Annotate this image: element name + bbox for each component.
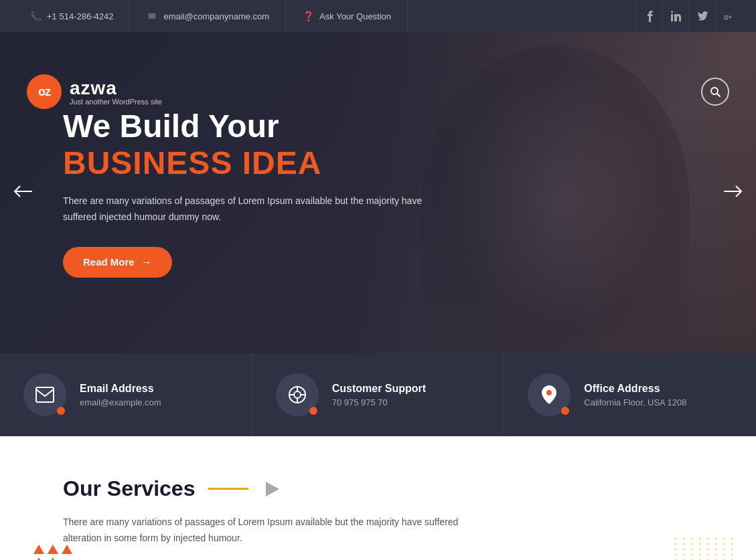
email-contact[interactable]: ✉ email@companyname.com [130, 0, 286, 32]
logo-text-area: azwa Just another WordPress site [70, 78, 162, 106]
email-card-title: Email Address [80, 383, 161, 395]
hero-section: oz azwa Just another WordPress site [0, 32, 756, 353]
social-links: g+ [635, 0, 743, 32]
address-card-text: Office Address California Floor, USA 120… [584, 383, 686, 407]
phone-contact[interactable]: 📞 +1 514-286-4242 [13, 0, 130, 32]
address-card: Office Address California Floor, USA 120… [504, 353, 756, 436]
hero-description: There are many variations of passages of… [63, 193, 431, 225]
email-address: email@companyname.com [163, 11, 269, 21]
hero-content: We Build Your BUSINESS IDEA There are ma… [63, 108, 431, 278]
services-title: Our Services [63, 476, 195, 501]
logo-name: azwa [70, 78, 162, 99]
email-card: Email Address email@example.com [0, 353, 252, 436]
services-section: Our Services There are many variations o… [0, 436, 756, 560]
slider-next-button[interactable] [716, 177, 749, 209]
address-card-title: Office Address [584, 383, 686, 395]
email-card-text: Email Address email@example.com [80, 383, 161, 407]
search-button[interactable] [701, 78, 729, 106]
top-bar: 📞 +1 514-286-4242 ✉ email@companyname.co… [0, 0, 756, 32]
svg-text:g+: g+ [724, 13, 733, 20]
logo-icon: oz [27, 74, 62, 109]
services-description: There are many variations of passages of… [63, 515, 465, 547]
triangle-decoration [33, 545, 72, 560]
svg-rect-7 [36, 387, 54, 402]
read-more-button[interactable]: Read More → [63, 247, 172, 278]
site-header: oz azwa Just another WordPress site [0, 64, 756, 119]
svg-point-1 [671, 11, 673, 13]
dots-decoration: document.write(Array(48).fill('<div styl… [674, 537, 736, 560]
googleplus-icon[interactable]: g+ [716, 0, 743, 32]
ask-question[interactable]: ❓ Ask Your Question [286, 0, 408, 32]
phone-icon: 📞 [29, 10, 42, 22]
twitter-icon[interactable] [689, 0, 716, 32]
support-card: Customer Support 70 975 975 70 [252, 353, 505, 436]
logo-area: oz azwa Just another WordPress site [27, 74, 162, 109]
svg-point-14 [546, 390, 552, 395]
info-cards: Email Address email@example.com Customer… [0, 353, 756, 436]
services-title-decoration [208, 488, 248, 490]
svg-point-9 [294, 391, 301, 398]
ask-label: Ask Your Question [319, 11, 391, 21]
email-card-dot [57, 407, 65, 415]
email-icon: ✉ [146, 10, 158, 22]
svg-line-4 [717, 94, 720, 96]
services-header: Our Services [63, 476, 693, 501]
support-card-icon-wrap [276, 373, 319, 416]
support-card-text: Customer Support 70 975 975 70 [332, 383, 426, 407]
support-card-sub: 70 975 975 70 [332, 397, 426, 407]
svg-marker-15 [266, 482, 279, 496]
phone-number: +1 514-286-4242 [47, 11, 113, 21]
facebook-icon[interactable] [635, 0, 662, 32]
svg-rect-0 [671, 14, 673, 21]
services-content: Our Services There are many variations o… [0, 436, 756, 560]
top-bar-left: 📞 +1 514-286-4242 ✉ email@companyname.co… [13, 0, 408, 32]
address-card-dot [561, 407, 569, 415]
question-icon: ❓ [302, 10, 314, 22]
address-card-sub: California Floor, USA 1208 [584, 397, 686, 407]
play-icon [262, 478, 283, 500]
support-card-dot [309, 407, 317, 415]
slider-prev-button[interactable] [7, 177, 40, 209]
linkedin-icon[interactable] [662, 0, 689, 32]
arrow-right-icon: → [141, 256, 152, 268]
hero-title-orange: BUSINESS IDEA [63, 145, 431, 181]
email-card-icon-wrap [23, 373, 66, 416]
logo-tagline: Just another WordPress site [70, 98, 162, 106]
support-card-title: Customer Support [332, 383, 426, 395]
address-card-icon-wrap [528, 373, 571, 416]
email-card-sub: email@example.com [80, 397, 161, 407]
